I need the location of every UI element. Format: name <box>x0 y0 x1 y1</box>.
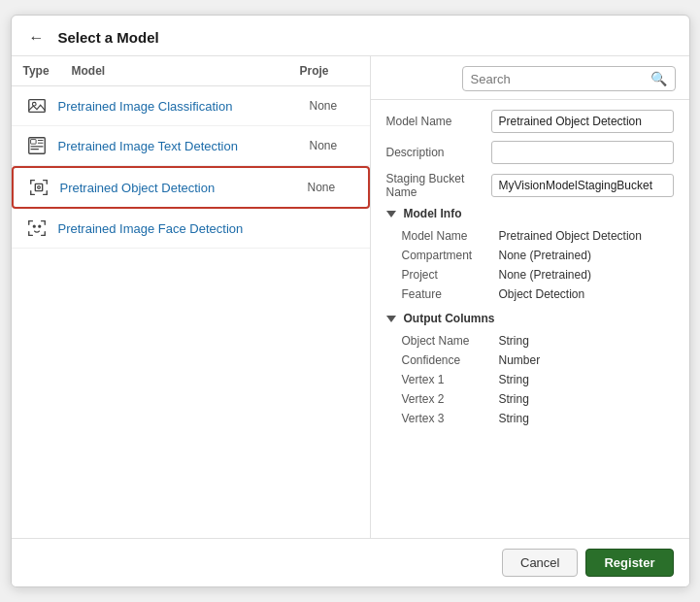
model-name-object-detection: Pretrained Object Detection <box>60 181 300 195</box>
svg-point-10 <box>33 225 35 227</box>
info-value-compartment: None (Pretrained) <box>483 246 674 265</box>
staging-bucket-field-row: Staging Bucket Name <box>386 172 674 199</box>
output-label-vertex2: Vertex 2 <box>386 389 483 409</box>
info-value-model-name: Pretrained Object Detection <box>483 226 674 246</box>
col-type-header: Type <box>23 64 72 78</box>
image-text-icon <box>23 135 50 156</box>
select-model-dialog: ← Select a Model Type Model Proje Pr <box>11 15 690 587</box>
col-project-header: Proje <box>300 64 358 78</box>
model-info-triangle-icon <box>386 211 396 217</box>
model-name-face-detection: Pretrained Image Face Detection <box>58 221 302 236</box>
search-bar-row: 🔍 <box>371 56 689 100</box>
model-project-object-detection: None <box>308 181 356 194</box>
description-input[interactable] <box>491 141 674 164</box>
svg-point-11 <box>38 225 40 227</box>
info-row-feature: Feature Object Detection <box>386 284 674 304</box>
dialog-header: ← Select a Model <box>12 16 689 56</box>
model-project-img-text: None <box>310 139 358 152</box>
info-label-compartment: Compartment <box>386 246 483 265</box>
description-label: Description <box>386 146 483 159</box>
model-name-img-text: Pretrained Image Text Detection <box>58 139 302 153</box>
svg-point-9 <box>37 186 40 189</box>
output-label-object-name: Object Name <box>386 331 483 351</box>
model-name-label: Model Name <box>386 115 483 128</box>
info-label-feature: Feature <box>386 284 483 304</box>
output-label-confidence: Confidence <box>386 351 483 370</box>
search-input[interactable] <box>471 72 645 86</box>
info-row-compartment: Compartment None (Pretrained) <box>386 246 674 265</box>
model-row-object-detection[interactable]: Pretrained Object Detection None <box>12 166 370 209</box>
dialog-body: Type Model Proje Pretrained Image Classi… <box>12 56 689 538</box>
output-row-object-name: Object Name String <box>386 331 674 351</box>
detail-section: Model Name Description Staging Bucket Na… <box>371 100 689 444</box>
output-columns-section-header: Output Columns <box>386 312 674 325</box>
search-icon: 🔍 <box>650 71 667 86</box>
model-info-section-label: Model Info <box>404 207 462 220</box>
staging-bucket-input[interactable] <box>491 174 674 197</box>
description-field-row: Description <box>386 141 674 164</box>
info-value-feature: Object Detection <box>483 284 674 304</box>
output-label-vertex3: Vertex 3 <box>386 409 483 428</box>
output-columns-section-label: Output Columns <box>404 312 495 325</box>
output-value-vertex1: String <box>483 370 674 389</box>
output-columns-table: Object Name String Confidence Number Ver… <box>386 331 674 428</box>
col-model-header: Model <box>72 64 300 78</box>
info-row-project: Project None (Pretrained) <box>386 265 674 284</box>
output-value-object-name: String <box>483 331 674 351</box>
left-panel: Type Model Proje Pretrained Image Classi… <box>12 56 371 538</box>
output-value-vertex2: String <box>483 389 674 409</box>
svg-rect-0 <box>28 100 45 113</box>
output-row-vertex3: Vertex 3 String <box>386 409 674 428</box>
right-panel: 🔍 Model Name Description Staging Bucket … <box>371 56 689 538</box>
output-row-confidence: Confidence Number <box>386 351 674 370</box>
image-classification-icon <box>23 95 50 117</box>
back-button[interactable]: ← <box>25 30 49 46</box>
output-label-vertex1: Vertex 1 <box>386 370 483 389</box>
svg-rect-3 <box>30 140 35 145</box>
model-row-img-text[interactable]: Pretrained Image Text Detection None <box>12 126 370 166</box>
output-value-vertex3: String <box>483 409 674 428</box>
info-label-project: Project <box>386 265 483 284</box>
cancel-button[interactable]: Cancel <box>502 549 578 577</box>
output-row-vertex1: Vertex 1 String <box>386 370 674 389</box>
output-columns-triangle-icon <box>386 316 396 322</box>
dialog-title: Select a Model <box>58 29 159 46</box>
info-row-model-name: Model Name Pretrained Object Detection <box>386 226 674 246</box>
svg-rect-8 <box>35 184 42 190</box>
info-value-project: None (Pretrained) <box>483 265 674 284</box>
model-project-img-classification: None <box>310 99 358 113</box>
face-detection-icon <box>23 217 50 239</box>
model-info-section-header: Model Info <box>386 207 674 220</box>
register-button[interactable]: Register <box>585 549 673 577</box>
model-row-face-detection[interactable]: Pretrained Image Face Detection <box>12 209 370 249</box>
search-box[interactable]: 🔍 <box>462 66 676 91</box>
model-name-input[interactable] <box>491 110 674 133</box>
table-header: Type Model Proje <box>12 56 370 86</box>
model-row-img-classification[interactable]: Pretrained Image Classification None <box>12 86 370 126</box>
staging-bucket-label: Staging Bucket Name <box>386 172 483 199</box>
dialog-footer: Cancel Register <box>12 538 689 586</box>
model-name-field-row: Model Name <box>386 110 674 133</box>
model-info-table: Model Name Pretrained Object Detection C… <box>386 226 674 304</box>
output-row-vertex2: Vertex 2 String <box>386 389 674 409</box>
model-name-img-classification: Pretrained Image Classification <box>58 99 302 114</box>
svg-point-1 <box>32 102 36 106</box>
info-label-model-name: Model Name <box>386 226 483 246</box>
output-value-confidence: Number <box>483 351 674 370</box>
object-detection-icon <box>25 177 52 198</box>
